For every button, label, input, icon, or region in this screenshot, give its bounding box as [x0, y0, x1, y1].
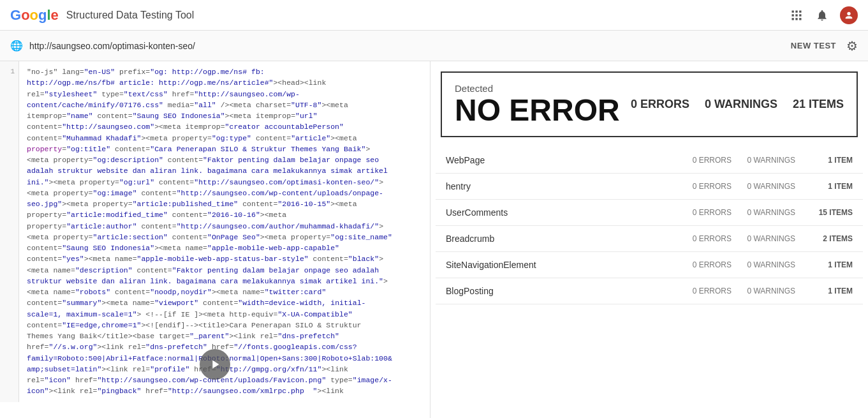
code-editor-panel: 1 "no-js" lang="en-US" prefix="og: http:…	[0, 61, 430, 418]
schema-item-count: 1 ITEM	[808, 182, 853, 191]
schema-item-stats: 0 ERRORS 0 WARNINGS 2 ITEMS	[680, 234, 853, 243]
schema-list-item[interactable]: SiteNavigationElement 0 ERRORS 0 WARNING…	[436, 252, 863, 278]
schema-item-errors: 0 ERRORS	[680, 156, 732, 165]
schema-item-errors: 0 ERRORS	[680, 234, 732, 243]
new-test-button[interactable]: NEW TEST	[791, 41, 836, 50]
code-display: "no-js" lang="en-US" prefix="og: http://…	[19, 61, 430, 402]
schema-item-errors: 0 ERRORS	[680, 260, 732, 269]
schema-item-count: 2 ITEMS	[808, 234, 853, 243]
schema-item-name: BlogPosting	[446, 286, 680, 296]
logo-g2: g	[38, 7, 47, 24]
detection-stats: 0 ERRORS 0 WARNINGS 21 ITEMS	[631, 98, 844, 111]
schema-item-warnings: 0 WARNINGS	[744, 182, 795, 191]
line-number: 1	[0, 66, 15, 77]
schema-item-count: 1 ITEM	[808, 260, 853, 269]
schema-list-item[interactable]: hentry 0 ERRORS 0 WARNINGS 1 ITEM	[436, 174, 863, 200]
schema-item-warnings: 0 WARNINGS	[744, 260, 795, 269]
errors-value: 0 ERRORS	[631, 98, 689, 111]
schema-list-item[interactable]: Breadcrumb 0 ERRORS 0 WARNINGS 2 ITEMS	[436, 226, 863, 252]
schema-item-errors: 0 ERRORS	[680, 287, 732, 295]
url-display: http://saungseo.com/optimasi-konten-seo/	[29, 41, 791, 51]
user-avatar[interactable]	[840, 6, 858, 24]
schema-list-item[interactable]: UserComments 0 ERRORS 0 WARNINGS 15 ITEM…	[436, 200, 863, 226]
schema-item-errors: 0 ERRORS	[680, 208, 732, 217]
schema-item-warnings: 0 WARNINGS	[744, 234, 795, 243]
schema-item-warnings: 0 WARNINGS	[744, 287, 795, 295]
svg-rect-3	[792, 14, 794, 16]
app-header: G o o g l e Structured Data Testing Tool	[0, 0, 868, 31]
items-stat: 21 ITEMS	[793, 98, 844, 111]
warnings-stat: 0 WARNINGS	[705, 98, 777, 111]
schema-item-stats: 0 ERRORS 0 WARNINGS 15 ITEMS	[680, 208, 853, 217]
schema-item-errors: 0 ERRORS	[680, 182, 732, 191]
detected-label: Detected	[455, 83, 620, 94]
logo-o1: o	[21, 7, 29, 24]
notifications-icon[interactable]	[814, 8, 830, 23]
svg-rect-0	[792, 10, 794, 12]
schema-list-item[interactable]: BlogPosting 0 ERRORS 0 WARNINGS 1 ITEM	[436, 278, 863, 304]
schema-item-stats: 0 ERRORS 0 WARNINGS 1 ITEM	[680, 287, 853, 295]
logo-e: e	[51, 7, 59, 24]
logo-o2: o	[30, 7, 38, 24]
schema-item-name: SiteNavigationElement	[446, 260, 680, 270]
items-value: 21 ITEMS	[793, 98, 844, 111]
schema-item-count: 15 ITEMS	[808, 208, 853, 217]
svg-rect-8	[799, 18, 801, 20]
logo-g: G	[10, 7, 21, 24]
url-bar: 🌐 http://saungseo.com/optimasi-konten-se…	[0, 31, 868, 61]
svg-rect-1	[795, 10, 797, 12]
main-content: 1 "no-js" lang="en-US" prefix="og: http:…	[0, 61, 868, 418]
app-title: Structured Data Testing Tool	[66, 10, 194, 21]
schema-item-stats: 0 ERRORS 0 WARNINGS 1 ITEM	[680, 156, 853, 165]
schema-item-warnings: 0 WARNINGS	[744, 208, 795, 217]
globe-icon: 🌐	[10, 40, 23, 52]
schema-item-warnings: 0 WARNINGS	[744, 156, 795, 165]
svg-rect-2	[799, 10, 801, 12]
schema-item-count: 1 ITEM	[808, 287, 853, 295]
header-actions	[789, 6, 858, 24]
schema-item-stats: 0 ERRORS 0 WARNINGS 1 ITEM	[680, 182, 853, 191]
detection-summary-box: Detected NO ERROR 0 ERRORS 0 WARNINGS 21…	[441, 71, 858, 137]
apps-icon[interactable]	[789, 8, 804, 23]
play-button[interactable]	[200, 349, 230, 380]
warnings-value: 0 WARNINGS	[705, 98, 777, 111]
schema-item-name: UserComments	[446, 207, 680, 218]
schema-items-list: WebPage 0 ERRORS 0 WARNINGS 1 ITEM hentr…	[430, 147, 868, 304]
schema-item-name: WebPage	[446, 155, 680, 165]
schema-item-count: 1 ITEM	[808, 156, 853, 165]
svg-rect-6	[792, 18, 794, 20]
svg-rect-7	[795, 18, 797, 20]
detection-text-group: Detected NO ERROR	[455, 83, 620, 126]
no-error-heading: NO ERROR	[455, 95, 620, 126]
schema-item-stats: 0 ERRORS 0 WARNINGS 1 ITEM	[680, 260, 853, 269]
google-logo: G o o g l e	[10, 7, 59, 24]
line-numbers: 1	[0, 61, 19, 402]
svg-point-9	[847, 11, 850, 15]
schema-item-name: hentry	[446, 181, 680, 191]
svg-rect-5	[799, 14, 801, 16]
errors-stat: 0 ERRORS	[631, 98, 689, 111]
svg-rect-4	[795, 14, 797, 16]
settings-icon[interactable]: ⚙	[846, 38, 858, 54]
schema-item-name: Breadcrumb	[446, 234, 680, 244]
header-logo: G o o g l e Structured Data Testing Tool	[10, 7, 194, 24]
schema-list-item[interactable]: WebPage 0 ERRORS 0 WARNINGS 1 ITEM	[436, 147, 863, 174]
results-panel: Detected NO ERROR 0 ERRORS 0 WARNINGS 21…	[430, 61, 868, 418]
